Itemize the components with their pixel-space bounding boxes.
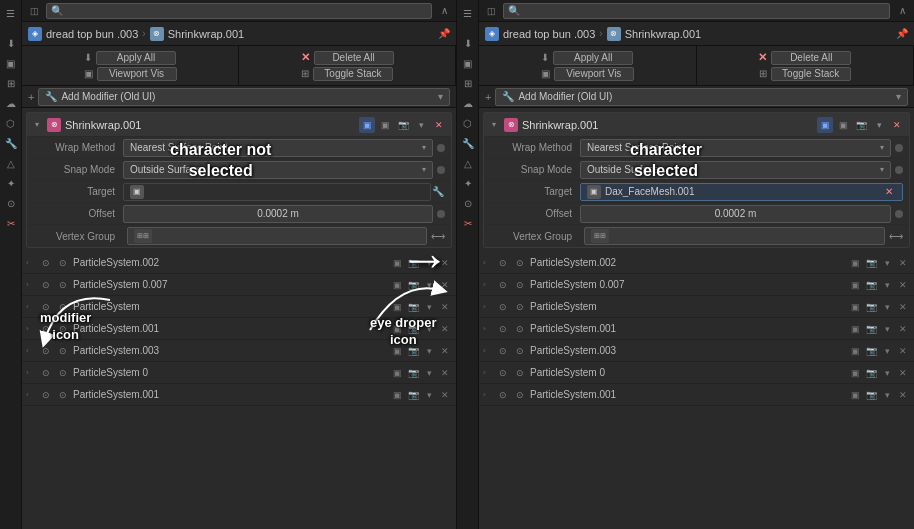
right-pi-camera-5[interactable]: 📷 (864, 366, 878, 380)
right-pi-chevron-1[interactable]: ▾ (880, 278, 894, 292)
left-mod-close-btn[interactable]: ✕ (431, 117, 447, 133)
left-particle-item-2[interactable]: › ⊙ ⊙ ParticleSystem ▣ 📷 ▾ ✕ (22, 296, 456, 318)
right-sidebar-icon-object[interactable]: ⬇ (459, 34, 477, 52)
right-pi-camera-4[interactable]: 📷 (864, 344, 878, 358)
sidebar-icon-object[interactable]: ⬇ (2, 34, 20, 52)
sidebar-icon-curve[interactable]: ⊞ (2, 74, 20, 92)
left-eyedropper-btn[interactable]: 🔧 (431, 185, 445, 199)
right-pi-remove-4[interactable]: ✕ (896, 344, 910, 358)
left-toggle-stack-btn[interactable]: Toggle Stack (313, 67, 393, 81)
left-particle-item-4[interactable]: › ⊙ ⊙ ParticleSystem.003 ▣ 📷 ▾ ✕ (22, 340, 456, 362)
left-pi-chevron-6[interactable]: ▾ (422, 388, 436, 402)
right-sidebar-icon-curve[interactable]: ⊞ (459, 74, 477, 92)
right-pi-chevron-5[interactable]: ▾ (880, 366, 894, 380)
left-pi-screen-0[interactable]: ▣ (390, 256, 404, 270)
left-search-box[interactable]: 🔍 (46, 3, 432, 19)
left-mod-expand2-btn[interactable]: ▾ (413, 117, 429, 133)
right-pi-camera-1[interactable]: 📷 (864, 278, 878, 292)
left-pi-camera-2[interactable]: 📷 (406, 300, 420, 314)
left-delete-all-btn[interactable]: Delete All (314, 51, 394, 65)
left-mod-render-btn[interactable]: ▣ (377, 117, 393, 133)
left-pi-remove-5[interactable]: ✕ (438, 366, 452, 380)
right-apply-all-btn[interactable]: Apply All (553, 51, 633, 65)
right-particle-item-6[interactable]: › ⊙ ⊙ ParticleSystem.001 ▣ 📷 ▾ ✕ (479, 384, 914, 406)
left-pi-screen-2[interactable]: ▣ (390, 300, 404, 314)
left-particle-item-5[interactable]: › ⊙ ⊙ ParticleSystem 0 ▣ 📷 ▾ ✕ (22, 362, 456, 384)
left-collapse-btn[interactable]: ∧ (436, 3, 452, 19)
left-pi-camera-3[interactable]: 📷 (406, 322, 420, 336)
right-wrap-method-value[interactable]: Nearest Surface Point ▾ (580, 139, 891, 157)
right-pi-chevron-2[interactable]: ▾ (880, 300, 894, 314)
right-mod-expand[interactable]: ▾ (488, 119, 500, 131)
left-pi-remove-3[interactable]: ✕ (438, 322, 452, 336)
right-mod-render-btn[interactable]: ▣ (835, 117, 851, 133)
right-pi-screen-3[interactable]: ▣ (848, 322, 862, 336)
left-mod-expand[interactable]: ▾ (31, 119, 43, 131)
right-offset-value[interactable]: 0.0002 m (580, 205, 891, 223)
right-pi-camera-3[interactable]: 📷 (864, 322, 878, 336)
left-pi-chevron-4[interactable]: ▾ (422, 344, 436, 358)
right-pi-camera-0[interactable]: 📷 (864, 256, 878, 270)
right-particle-item-0[interactable]: › ⊙ ⊙ ParticleSystem.002 ▣ 📷 ▾ ✕ (479, 252, 914, 274)
sidebar-icon-menu[interactable]: ☰ (2, 4, 20, 22)
right-sidebar-icon-physics[interactable]: ✦ (459, 174, 477, 192)
right-particle-item-2[interactable]: › ⊙ ⊙ ParticleSystem ▣ 📷 ▾ ✕ (479, 296, 914, 318)
left-apply-all-btn[interactable]: Apply All (96, 51, 176, 65)
left-mod-camera-btn[interactable]: 📷 (395, 117, 411, 133)
right-mod-close-btn[interactable]: ✕ (889, 117, 905, 133)
left-pi-screen-1[interactable]: ▣ (390, 278, 404, 292)
left-offset-dot[interactable] (437, 210, 445, 218)
left-particle-item-3[interactable]: › ⊙ ⊙ ParticleSystem.001 ▣ 📷 ▾ ✕ (22, 318, 456, 340)
right-pin-btn[interactable]: 📌 (896, 28, 908, 39)
right-target-value[interactable]: ▣ Dax_FaceMesh.001 ✕ (580, 183, 903, 201)
right-pi-remove-3[interactable]: ✕ (896, 322, 910, 336)
right-collapse-btn[interactable]: ∧ (894, 3, 910, 19)
left-pi-remove-4[interactable]: ✕ (438, 344, 452, 358)
left-viewport-btn[interactable]: Viewport Vis (97, 67, 177, 81)
left-pi-chevron-0[interactable]: ▾ (422, 256, 436, 270)
left-snap-mode-value[interactable]: Outside Surface ▾ (123, 161, 433, 179)
right-pi-screen-2[interactable]: ▣ (848, 300, 862, 314)
left-particle-item-0[interactable]: › ⊙ ⊙ ParticleSystem.002 ▣ 📷 ▾ ✕ (22, 252, 456, 274)
right-particle-item-4[interactable]: › ⊙ ⊙ ParticleSystem.003 ▣ 📷 ▾ ✕ (479, 340, 914, 362)
right-snap-dot[interactable] (895, 166, 903, 174)
right-sidebar-icon-mesh[interactable]: ▣ (459, 54, 477, 72)
sidebar-icon-physics[interactable]: ✦ (2, 174, 20, 192)
sidebar-icon-data[interactable]: ✂ (2, 214, 20, 232)
right-offset-dot[interactable] (895, 210, 903, 218)
left-pi-remove-2[interactable]: ✕ (438, 300, 452, 314)
sidebar-icon-modifier[interactable]: 🔧 (2, 134, 20, 152)
left-pi-camera-5[interactable]: 📷 (406, 366, 420, 380)
right-pi-camera-6[interactable]: 📷 (864, 388, 878, 402)
right-sidebar-icon-metaball[interactable]: ⬡ (459, 114, 477, 132)
left-offset-value[interactable]: 0.0002 m (123, 205, 433, 223)
left-pi-camera-6[interactable]: 📷 (406, 388, 420, 402)
right-pi-chevron-0[interactable]: ▾ (880, 256, 894, 270)
right-mod-camera-btn[interactable]: 📷 (853, 117, 869, 133)
right-sidebar-icon-constraints[interactable]: ⊙ (459, 194, 477, 212)
right-pi-remove-6[interactable]: ✕ (896, 388, 910, 402)
right-pi-screen-6[interactable]: ▣ (848, 388, 862, 402)
right-particle-item-1[interactable]: › ⊙ ⊙ ParticleSystem 0.007 ▣ 📷 ▾ ✕ (479, 274, 914, 296)
left-pi-camera-1[interactable]: 📷 (406, 278, 420, 292)
left-pin-btn[interactable]: 📌 (438, 28, 450, 39)
right-pi-remove-1[interactable]: ✕ (896, 278, 910, 292)
right-pi-remove-2[interactable]: ✕ (896, 300, 910, 314)
right-pi-screen-4[interactable]: ▣ (848, 344, 862, 358)
right-viewport-btn[interactable]: Viewport Vis (554, 67, 634, 81)
right-delete-all-btn[interactable]: Delete All (771, 51, 851, 65)
right-sidebar-icon-particles[interactable]: △ (459, 154, 477, 172)
sidebar-icon-constraints[interactable]: ⊙ (2, 194, 20, 212)
left-target-value[interactable]: ▣ (123, 183, 431, 201)
sidebar-icon-surface[interactable]: ☁ (2, 94, 20, 112)
right-sidebar-icon-data[interactable]: ✂ (459, 214, 477, 232)
left-particle-item-6[interactable]: › ⊙ ⊙ ParticleSystem.001 ▣ 📷 ▾ ✕ (22, 384, 456, 406)
right-pi-camera-2[interactable]: 📷 (864, 300, 878, 314)
left-wrap-method-value[interactable]: Nearest Surface Point ▾ (123, 139, 433, 157)
sidebar-icon-particles[interactable]: △ (2, 154, 20, 172)
left-pi-remove-1[interactable]: ✕ (438, 278, 452, 292)
sidebar-icon-mesh[interactable]: ▣ (2, 54, 20, 72)
right-wrap-dot[interactable] (895, 144, 903, 152)
left-vg-arrow[interactable]: ⟷ (431, 231, 445, 242)
left-pi-screen-4[interactable]: ▣ (390, 344, 404, 358)
